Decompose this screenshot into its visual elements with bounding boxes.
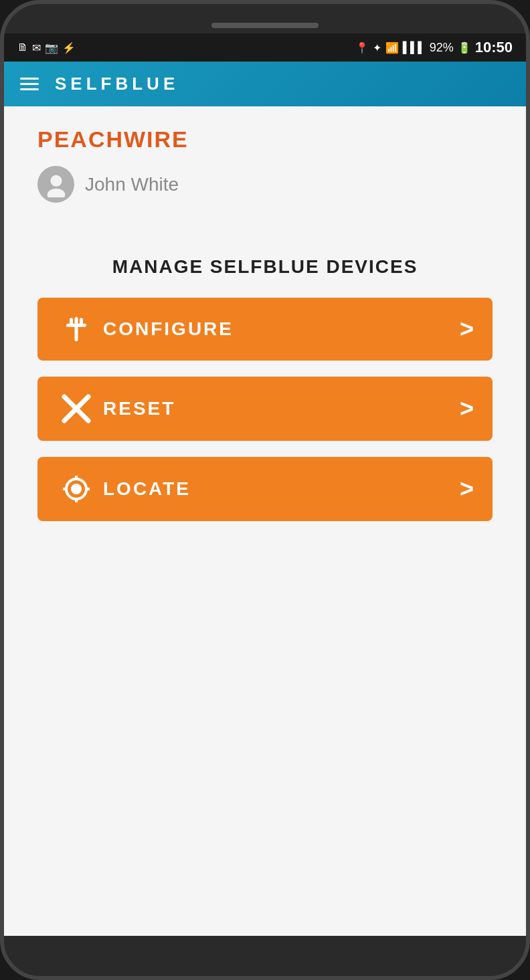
configure-button[interactable]: CONFIGURE >	[37, 298, 493, 361]
lightning-icon: ⚡	[62, 41, 76, 54]
svg-rect-4	[70, 318, 73, 326]
configure-label: CONFIGURE	[96, 318, 460, 340]
screen: SELFBLUE PEACHWIRE John White MANAGE SEL…	[4, 62, 526, 936]
battery-icon: 🔋	[458, 41, 471, 54]
battery-level: 92%	[430, 41, 454, 55]
company-name: PEACHWIRE	[37, 126, 493, 153]
avatar-icon	[43, 172, 69, 197]
user-row: John White	[37, 166, 493, 203]
hamburger-line-2	[20, 83, 39, 85]
wrench-icon	[56, 316, 96, 342]
reset-button[interactable]: RESET >	[37, 377, 493, 441]
file-icon: 🗎	[17, 41, 28, 54]
gmail-icon: ✉	[32, 41, 41, 54]
reset-arrow: >	[460, 395, 474, 423]
locate-button[interactable]: LOCATE >	[37, 457, 493, 521]
hamburger-menu-button[interactable]	[20, 78, 39, 90]
app-title: SELFBLUE	[55, 74, 179, 94]
section-title: MANAGE SELFBLUE DEVICES	[37, 256, 493, 278]
bluetooth-icon: ✦	[373, 41, 381, 54]
phone-bottom	[4, 936, 526, 976]
user-name: John White	[85, 174, 179, 195]
svg-rect-2	[75, 317, 78, 342]
phone-speaker	[211, 23, 319, 28]
svg-point-1	[47, 188, 65, 197]
camera-icon: 📷	[45, 41, 58, 54]
action-buttons: CONFIGURE > RESET >	[37, 298, 493, 521]
svg-rect-5	[80, 318, 83, 326]
status-left-icons: 🗎 ✉ 📷 ⚡	[17, 41, 76, 54]
signal-icon: ▌▌▌	[403, 41, 426, 54]
svg-point-8	[71, 484, 82, 494]
x-icon	[56, 394, 96, 423]
locate-icon	[56, 474, 96, 504]
status-right-icons: 📍 ✦ 📶 ▌▌▌ 92% 🔋 10:50	[355, 39, 513, 56]
configure-arrow: >	[460, 315, 474, 343]
status-bar: 🗎 ✉ 📷 ⚡ 📍 ✦ 📶 ▌▌▌ 92% 🔋 10:50	[4, 33, 526, 62]
hamburger-line-3	[20, 88, 39, 90]
reset-label: RESET	[96, 398, 460, 419]
main-content: PEACHWIRE John White MANAGE SELFBLUE DEV…	[4, 106, 526, 936]
svg-point-0	[50, 175, 62, 186]
locate-arrow: >	[460, 475, 474, 503]
locate-label: LOCATE	[96, 478, 460, 500]
location-icon: 📍	[355, 41, 369, 54]
avatar	[37, 166, 74, 203]
navbar: SELFBLUE	[4, 62, 526, 106]
wifi-icon: 📶	[385, 41, 399, 54]
clock: 10:50	[475, 39, 513, 56]
svg-rect-3	[66, 324, 86, 327]
hamburger-line-1	[20, 78, 39, 80]
phone-frame: 🗎 ✉ 📷 ⚡ 📍 ✦ 📶 ▌▌▌ 92% 🔋 10:50 SELFBLUE	[0, 0, 530, 980]
